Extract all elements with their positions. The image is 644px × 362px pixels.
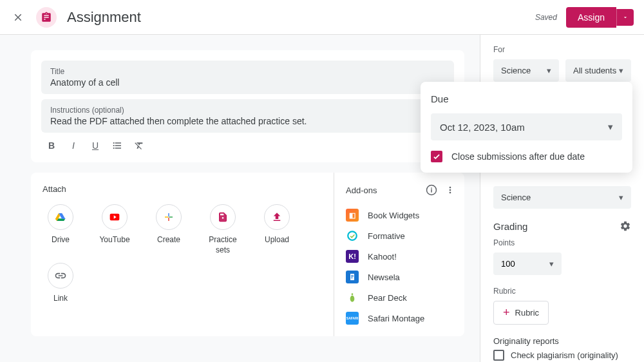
italic-button[interactable]: I — [67, 139, 80, 152]
header-right: Saved Assign — [535, 7, 634, 28]
addon-safari[interactable]: SAFARI Safari Montage — [346, 308, 455, 329]
header-left: Assignment — [10, 7, 141, 28]
due-date-popup: Due Oct 12, 2023, 10am ▾ Close submissio… — [421, 82, 632, 173]
checkbox-unchecked-icon[interactable] — [493, 350, 504, 361]
addon-label: Pear Deck — [368, 293, 407, 303]
attach-link-label: Link — [53, 294, 68, 304]
attach-section: Attach Drive YouTube Create — [31, 173, 334, 336]
topic-section: Science ▾ — [493, 186, 631, 209]
bullet-list-icon — [112, 140, 122, 151]
topic-value: Science — [501, 193, 531, 202]
formative-icon — [346, 229, 359, 242]
class-select[interactable]: Science ▾ — [493, 59, 559, 82]
originality-section: Originality reports Check plagiarism (or… — [493, 336, 631, 362]
originality-checkbox-row[interactable]: Check plagiarism (originality) — [493, 350, 631, 361]
attach-drive-label: Drive — [52, 235, 70, 245]
originality-check-label: Check plagiarism (originality) — [511, 350, 618, 360]
instructions-label: Instructions (optional) — [50, 106, 445, 115]
safari-icon: SAFARI — [346, 312, 359, 325]
bookwidgets-icon: ◧ — [346, 209, 359, 222]
points-select[interactable]: 100 ▾ — [493, 252, 562, 275]
plus-icon: + — [503, 306, 510, 319]
addons-section: Add-ons ◧ Book Widgets Formative K! K — [334, 173, 464, 336]
chevron-down-icon: ▾ — [619, 193, 623, 202]
chevron-down-icon: ▾ — [549, 259, 554, 269]
info-icon[interactable] — [426, 184, 437, 196]
attach-drive[interactable]: Drive — [43, 204, 79, 255]
addon-bookwidgets[interactable]: ◧ Book Widgets — [346, 205, 455, 225]
header: Assignment Saved Assign — [0, 0, 644, 35]
due-date-select[interactable]: Oct 12, 2023, 10am ▾ — [431, 113, 622, 140]
close-button[interactable] — [10, 10, 26, 25]
instructions-value: Read the PDF attached then complete the … — [50, 116, 445, 126]
addon-newsela[interactable]: Newsela — [346, 267, 455, 287]
attach-practice-sets[interactable]: Practice sets — [205, 204, 241, 255]
sidebar: For Science ▾ All students ▾ Science ▾ — [480, 35, 644, 362]
assign-button[interactable]: Assign — [566, 7, 616, 28]
class-value: Science — [501, 66, 531, 75]
attach-link[interactable]: Link — [43, 263, 79, 304]
newsela-icon — [346, 271, 359, 283]
grading-title: Grading — [493, 221, 527, 232]
title-label: Title — [50, 67, 445, 76]
more-vert-icon[interactable] — [445, 185, 455, 195]
attach-youtube[interactable]: YouTube — [97, 204, 133, 255]
checkbox-checked-icon[interactable] — [431, 151, 442, 162]
students-select[interactable]: All students ▾ — [565, 59, 631, 82]
due-date-value: Oct 12, 2023, 10am — [440, 122, 525, 133]
addon-formative[interactable]: Formative — [346, 225, 455, 246]
addon-label: Formative — [368, 231, 405, 241]
addon-label: Kahoot! — [368, 252, 397, 262]
clear-format-button[interactable] — [133, 139, 146, 152]
close-submissions-label: Close submissions after due date — [451, 151, 585, 162]
addon-kahoot[interactable]: K! Kahoot! — [346, 246, 455, 267]
attach-youtube-label: YouTube — [99, 235, 129, 245]
assignment-icon-badge — [36, 7, 57, 28]
attach-create[interactable]: Create — [151, 204, 187, 255]
rubric-button[interactable]: + Rubric — [493, 301, 549, 325]
assign-dropdown-button[interactable] — [616, 9, 634, 26]
addon-label: Safari Montage — [368, 314, 424, 323]
attach-practice-label: Practice sets — [205, 235, 241, 255]
grading-section: Grading Points 100 ▾ — [493, 220, 631, 275]
bold-button[interactable]: B — [45, 139, 58, 152]
check-icon — [432, 152, 441, 161]
title-field[interactable]: Title Anatomy of a cell — [41, 61, 454, 94]
clipboard-icon — [41, 12, 52, 23]
page-title: Assignment — [67, 9, 141, 26]
addon-peardeck[interactable]: Pear Deck — [346, 287, 455, 308]
students-value: All students — [573, 66, 616, 75]
due-title: Due — [431, 93, 622, 104]
caret-down-icon — [622, 14, 629, 21]
attach-card: Attach Drive YouTube Create — [31, 173, 464, 336]
editor-card: Title Anatomy of a cell Instructions (op… — [31, 50, 464, 162]
youtube-icon — [108, 212, 122, 222]
addons-header-icons — [426, 184, 455, 196]
addons-header: Add-ons — [346, 184, 455, 196]
chevron-down-icon: ▾ — [608, 121, 613, 133]
attach-upload[interactable]: Upload — [259, 204, 295, 255]
attach-grid: Drive YouTube Create Practice sets — [43, 204, 322, 304]
peardeck-icon — [346, 291, 359, 304]
instructions-field[interactable]: Instructions (optional) Read the PDF att… — [41, 99, 454, 133]
attach-create-label: Create — [157, 235, 180, 245]
underline-button[interactable]: U — [89, 139, 102, 152]
link-icon — [54, 269, 67, 282]
saved-status: Saved — [535, 13, 557, 22]
plus-icon — [163, 211, 175, 223]
addon-label: Newsela — [368, 272, 400, 282]
rubric-btn-label: Rubric — [515, 308, 540, 318]
format-toolbar: B I U — [41, 139, 454, 152]
clear-format-icon — [134, 140, 144, 151]
attach-title: Attach — [43, 184, 322, 194]
for-label: For — [493, 45, 631, 54]
points-label: Points — [493, 238, 631, 247]
svg-point-0 — [348, 231, 357, 240]
upload-icon — [271, 211, 283, 223]
topic-select[interactable]: Science ▾ — [493, 186, 631, 209]
rubric-label: Rubric — [493, 287, 631, 296]
close-submissions-row[interactable]: Close submissions after due date — [431, 151, 622, 162]
bullet-list-button[interactable] — [111, 139, 124, 152]
chevron-down-icon: ▾ — [547, 66, 551, 75]
gear-icon[interactable] — [620, 220, 631, 232]
